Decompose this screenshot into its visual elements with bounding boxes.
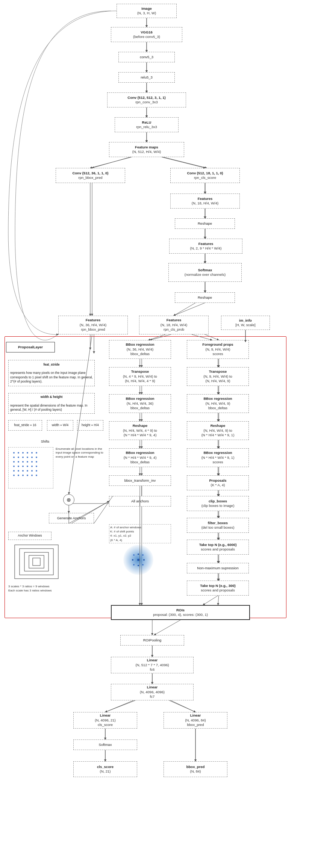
svg-point-64	[36, 461, 37, 463]
node-softmax1: Softmax (normalize over channels)	[168, 263, 242, 282]
node-rois: ROIs proposal: (300, 4), scores: (300, 1…	[111, 605, 250, 620]
node-height-val-label: height = H/4	[82, 423, 99, 427]
node-bbox-pred-out-sub: (N, 84)	[190, 769, 201, 774]
node-bbox-pred-out: bbox_pred (N, 84)	[164, 761, 227, 777]
node-conv-cls-score: Conv (512, 18, 1, 1, 0) rpn_cls_score	[170, 168, 240, 183]
node-take-top-300-sub: scores and proposals	[201, 588, 235, 593]
node-linear-cls: Linear (N, 4096, 21)cls_score	[73, 712, 137, 729]
svg-point-79	[22, 475, 24, 476]
node-wh-title: width & height	[41, 395, 63, 399]
node-feat-bbox-left: Features (N, 36, H/4, W/4)rpn_bbox_pred	[58, 316, 128, 334]
anchor-center-visual	[107, 541, 169, 579]
svg-point-75	[31, 470, 33, 472]
node-nms-label: Non-maximum supression	[197, 566, 238, 570]
node-linear-fc7-sub: (N, 4096, 4096)fc7	[140, 690, 165, 699]
node-softmax2: Softmax	[73, 739, 137, 750]
node-take-top-6000: Take top N (e.g., 6000) scores and propo…	[187, 540, 249, 555]
svg-line-6	[92, 157, 132, 168]
node-image-label: Image	[141, 6, 151, 11]
svg-point-59	[13, 461, 15, 463]
node-features-18-sub: (N, 18, H/4, W/4)	[192, 201, 218, 206]
svg-point-48	[18, 452, 19, 454]
node-bbox-reg-l4-sub: (N * H/4 * W/4 * 9, 4)bbox_deltas	[124, 455, 157, 465]
node-reshape2: Reshape	[175, 292, 235, 303]
node-bbox-reg-left-sub: (N, 36, H/4, W/4)bbox_deltas	[127, 347, 153, 357]
svg-rect-87	[15, 545, 58, 579]
node-proposal-layer: ProposalLayer	[6, 342, 55, 352]
node-feature-maps: Feature maps (N, 512, H/4, W/4)	[109, 142, 184, 157]
node-reshape-r3: Reshape (N, H/4, W/4, 9) to(N * H/4 * W/…	[187, 421, 249, 440]
node-linear-fc6-sub: (N, 512 * 7 * 7, 4096)fc6	[135, 663, 169, 672]
node-bbox-reg-left-label: BBox regression	[126, 342, 154, 347]
node-bbox-reg-r4-label: BBox regression	[203, 451, 232, 455]
anchor-center-dots	[120, 543, 157, 577]
svg-point-52	[36, 452, 37, 454]
node-feature-maps-label: Feature maps	[135, 145, 158, 150]
node-conv-cls-score-sub: rpn_cls_score	[194, 175, 216, 180]
node-cls-score-out-label: cls_score	[97, 765, 114, 769]
svg-point-73	[22, 470, 24, 472]
node-proposals-label: Proposals	[209, 478, 227, 483]
svg-point-74	[27, 470, 28, 472]
node-height-val: height = H/4	[77, 420, 103, 431]
node-filter-boxes: filter_boxes (del too small boxes)	[187, 518, 249, 533]
node-feat-stride-title: feat_stride	[44, 363, 60, 367]
node-generate-anchors-label: Generate Anchors	[57, 516, 86, 520]
node-clip-boxes-sub: (clip boxes to image)	[201, 504, 235, 508]
anchor-rects	[10, 543, 63, 581]
node-feature-maps-sub: (N, 512, H/4, W/4)	[132, 150, 161, 154]
svg-point-80	[27, 475, 28, 476]
node-im-info: im_info [H, W, scale]	[221, 316, 270, 330]
node-bbox-reg-l2-sub: (N, H/4, W/4, 36)bbox_deltas	[127, 401, 153, 411]
node-linear-fc7-label: Linear	[147, 685, 158, 690]
node-conv-rpn-label: Conv (512, 512, 3, 1, 1)	[127, 95, 165, 100]
node-softmax2-label: Softmax	[99, 742, 112, 747]
node-feat-bbox-left-label: Features	[86, 318, 101, 322]
svg-point-97	[142, 564, 144, 566]
node-conv5-3: conv5_3	[118, 52, 175, 62]
node-bbox-reg-r2-sub: (N, H/4, W/4, 9)bbox_deltas	[206, 401, 230, 411]
node-softmax1-label: Softmax	[198, 268, 212, 272]
node-linear-cls-sub: (N, 4096, 21)cls_score	[95, 718, 115, 727]
node-conv-bbox-pred-sub: rpn_bbox_pred	[79, 175, 103, 180]
svg-point-60	[18, 461, 19, 463]
node-features-2-9: Features (N, 2, 9 * H/4 * W/4)	[169, 239, 242, 254]
node-relu-rpn-label: ReLU	[142, 120, 151, 125]
svg-point-91	[138, 565, 139, 566]
node-cls-score-out-sub: (N, 21)	[100, 769, 111, 774]
node-bbox-reg-left: BBox regression (N, 36, H/4, W/4)bbox_de…	[109, 340, 171, 359]
node-roi-pooling-label: ROIPooling	[143, 638, 162, 643]
svg-point-61	[22, 461, 24, 463]
shifts-dots	[10, 449, 51, 487]
node-proposals: Proposals (K * A, 4)	[187, 475, 249, 490]
node-fg-props: Foreground props (N, 9, H/4, W/4)scores	[187, 340, 249, 359]
svg-rect-83	[33, 558, 40, 566]
svg-point-53	[13, 457, 15, 458]
svg-point-50	[27, 452, 28, 454]
node-im-info-sub: [H, W, scale]	[235, 323, 255, 327]
node-all-anchors: All anchors	[109, 496, 171, 507]
node-bbox-reg-r2: BBox regression (N, H/4, W/4, 9)bbox_del…	[187, 394, 249, 413]
node-conv-rpn: Conv (512, 512, 3, 1, 1) rpn_conv_3x3	[107, 92, 186, 107]
node-nms: Non-maximum supression	[187, 563, 249, 573]
node-feat-stride-val: feat_stride = 16	[8, 420, 42, 431]
anchor-desc: 3 scales * 3 ratios = 9 windowsEach scal…	[8, 584, 65, 593]
node-features-18-label: Features	[198, 197, 213, 201]
node-bbox-pred-out-label: bbox_pred	[186, 765, 205, 769]
svg-point-49	[22, 452, 24, 454]
svg-point-77	[13, 475, 15, 476]
svg-point-66	[18, 466, 19, 467]
node-take-top-300-label: Take top N (e.g., 300)	[200, 584, 235, 588]
node-shifts: Shifts	[30, 438, 60, 446]
node-relu5-3-label: relu5_3	[141, 75, 153, 80]
multiply-symbol: ⊗	[63, 494, 74, 505]
node-width-val: width = W/4	[47, 420, 73, 431]
node-take-top-6000-label: Take top N (e.g., 6000)	[199, 543, 237, 547]
node-bbox-reg-r4: BBox regression (N * H/4 * W/4 * 9, 1)sc…	[187, 448, 249, 467]
node-vgg16-sub: (before conv5_3)	[133, 35, 160, 39]
anchor-desc-text: 3 scales * 3 ratios = 9 windowsEach scal…	[8, 585, 52, 592]
node-clip-boxes: clip_boxes (clip boxes to image)	[187, 496, 249, 511]
svg-point-82	[36, 475, 37, 476]
node-width-val-label: width = W/4	[52, 423, 69, 427]
node-transpose-left-sub: (N, 4 * 9, H/4, W/4) to(N, H/4, W/4, 4 *…	[123, 374, 157, 384]
